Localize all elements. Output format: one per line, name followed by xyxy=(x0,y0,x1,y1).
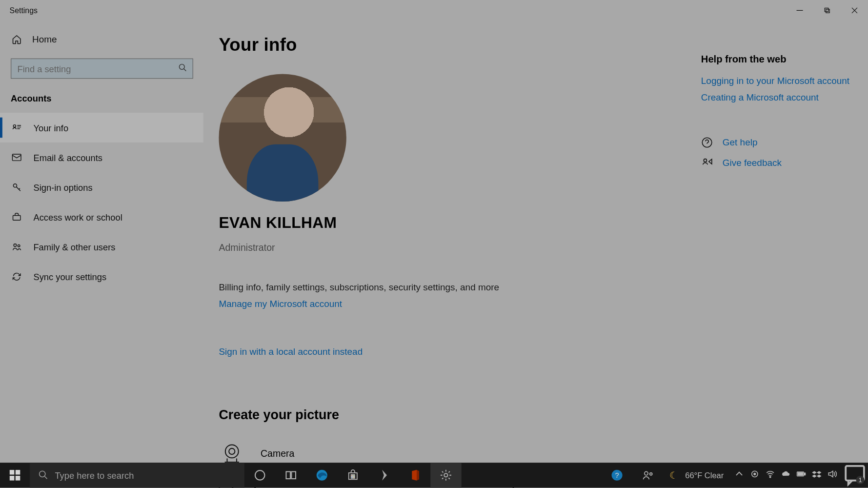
svg-point-5 xyxy=(13,184,17,187)
wifi-icon[interactable] xyxy=(766,469,775,481)
sidebar-item-sync-settings[interactable]: Sync your settings xyxy=(0,262,203,291)
svg-rect-24 xyxy=(351,475,353,476)
sign-in-local-account-link[interactable]: Sign in with a local account instead xyxy=(219,346,701,357)
help-link-login-msa[interactable]: Logging in to your Microsoft account xyxy=(701,76,856,86)
user-role: Administrator xyxy=(219,243,701,253)
svg-point-13 xyxy=(704,159,707,162)
help-heading: Help from the web xyxy=(701,54,856,65)
window-minimize-button[interactable] xyxy=(786,0,813,20)
section-heading-accounts: Accounts xyxy=(0,87,203,113)
svg-point-18 xyxy=(40,471,45,477)
svg-point-2 xyxy=(179,64,184,70)
sync-icon xyxy=(11,271,22,283)
svg-rect-4 xyxy=(12,154,21,161)
people-icon xyxy=(11,241,22,253)
meet-now-icon[interactable] xyxy=(633,463,664,488)
dropbox-icon[interactable] xyxy=(812,469,822,481)
main-content: Your info EVAN KILLHAM Administrator Bil… xyxy=(203,20,701,463)
svg-rect-15 xyxy=(16,470,20,475)
sidebar-item-signin-options[interactable]: Sign-in options xyxy=(0,172,203,202)
sidebar-item-your-info[interactable]: Your info xyxy=(0,113,203,142)
onedrive-icon[interactable] xyxy=(781,469,791,481)
system-tray[interactable] xyxy=(729,469,842,481)
notification-badge: 1 xyxy=(856,476,865,484)
settings-search-input[interactable] xyxy=(17,63,178,74)
svg-point-32 xyxy=(650,473,652,475)
sidebar-item-label: Your info xyxy=(33,122,68,133)
home-label: Home xyxy=(32,34,57,45)
store-app-icon[interactable] xyxy=(338,463,369,488)
svg-text:?: ? xyxy=(615,471,619,479)
svg-point-19 xyxy=(255,470,265,480)
svg-point-28 xyxy=(444,473,447,477)
help-icon xyxy=(701,137,713,148)
sidebar-item-label: Access work or school xyxy=(33,212,122,222)
svg-rect-27 xyxy=(353,477,355,478)
help-app-icon[interactable]: ? xyxy=(602,463,633,488)
settings-app-icon[interactable] xyxy=(430,463,462,488)
profile-avatar xyxy=(219,74,346,202)
sidebar: Home Accounts Your info xyxy=(0,20,203,463)
camera-label: Camera xyxy=(261,448,295,459)
office-app-icon[interactable] xyxy=(400,463,431,488)
mail-icon xyxy=(11,151,22,163)
window-title: Settings xyxy=(10,6,38,15)
weather-text: 66°F Clear xyxy=(685,471,724,480)
taskbar-search[interactable]: Type here to search xyxy=(30,463,244,488)
create-picture-heading: Create your picture xyxy=(219,407,701,423)
taskbar-search-placeholder: Type here to search xyxy=(55,470,134,480)
svg-point-34 xyxy=(754,473,756,475)
weather-widget[interactable]: ☾ 66°F Clear xyxy=(664,469,729,481)
svg-point-31 xyxy=(645,471,648,475)
user-name: EVAN KILLHAM xyxy=(219,213,701,232)
search-icon xyxy=(38,469,48,481)
help-link-create-msa[interactable]: Creating a Microsoft account xyxy=(701,92,856,103)
chevron-up-icon[interactable] xyxy=(734,469,744,481)
cortana-button[interactable] xyxy=(244,463,276,488)
app-icon-generic[interactable] xyxy=(368,463,400,488)
edge-app-icon[interactable] xyxy=(306,463,338,488)
sidebar-item-access-work[interactable]: Access work or school xyxy=(0,202,203,232)
svg-rect-21 xyxy=(291,471,296,479)
window-close-button[interactable] xyxy=(841,0,868,20)
titlebar: Settings xyxy=(0,0,868,20)
sidebar-item-email-accounts[interactable]: Email & accounts xyxy=(0,142,203,172)
start-button[interactable] xyxy=(0,463,30,488)
feedback-icon xyxy=(701,157,713,168)
svg-rect-25 xyxy=(353,475,355,476)
battery-icon[interactable] xyxy=(796,469,806,481)
home-icon xyxy=(11,33,22,45)
volume-icon[interactable] xyxy=(828,469,837,481)
sidebar-item-label: Sign-in options xyxy=(33,182,92,192)
settings-search[interactable] xyxy=(11,59,193,79)
svg-point-9 xyxy=(225,445,239,458)
task-view-button[interactable] xyxy=(275,463,306,488)
sidebar-item-label: Sync your settings xyxy=(33,272,106,282)
action-center-button[interactable]: 1 xyxy=(842,463,868,488)
sidebar-item-label: Family & other users xyxy=(33,242,115,252)
svg-rect-16 xyxy=(10,476,15,481)
location-icon[interactable] xyxy=(750,469,760,481)
billing-info-text: Billing info, family settings, subscript… xyxy=(219,282,701,293)
svg-rect-38 xyxy=(798,473,803,475)
svg-rect-37 xyxy=(805,473,806,475)
svg-point-10 xyxy=(229,448,235,454)
person-card-icon xyxy=(11,122,22,133)
manage-microsoft-account-link[interactable]: Manage my Microsoft account xyxy=(219,299,701,309)
briefcase-icon xyxy=(11,211,22,223)
svg-rect-6 xyxy=(13,215,20,220)
home-nav[interactable]: Home xyxy=(0,26,203,53)
window-maximize-button[interactable] xyxy=(813,0,841,20)
key-icon xyxy=(11,181,22,193)
svg-point-35 xyxy=(769,476,770,477)
help-panel: Help from the web Logging in to your Mic… xyxy=(701,20,868,463)
svg-point-7 xyxy=(14,244,16,246)
svg-rect-1 xyxy=(826,9,829,12)
give-feedback-link[interactable]: Give feedback xyxy=(701,157,856,168)
get-help-link[interactable]: Get help xyxy=(701,137,856,148)
get-help-label: Get help xyxy=(723,137,758,148)
sidebar-item-family-users[interactable]: Family & other users xyxy=(0,232,203,262)
page-title: Your info xyxy=(219,35,701,55)
svg-rect-17 xyxy=(16,476,20,481)
svg-point-8 xyxy=(18,244,20,246)
